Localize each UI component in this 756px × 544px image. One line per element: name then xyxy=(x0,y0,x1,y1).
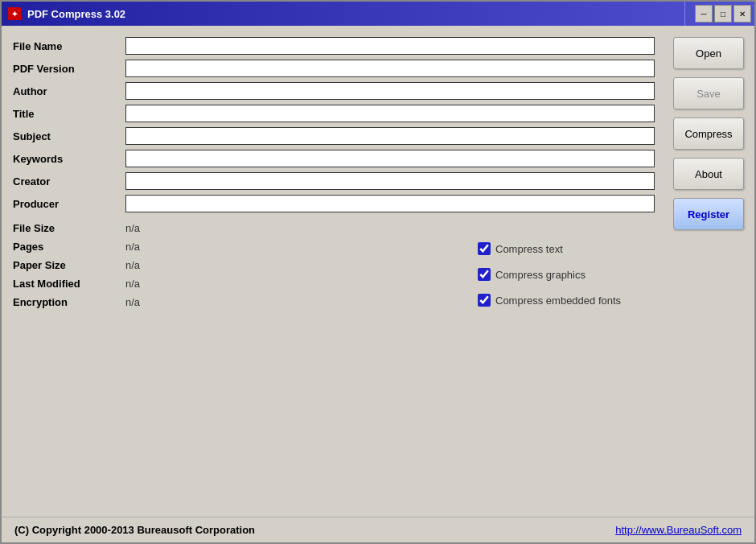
pages-col: Pages n/a Paper Size n/a Last Modified n… xyxy=(13,241,478,315)
creator-label: Creator xyxy=(13,175,125,188)
author-input[interactable] xyxy=(125,82,655,100)
papersize-label: Paper Size xyxy=(13,259,125,271)
papersize-row: Paper Size n/a xyxy=(13,259,478,271)
encryption-value: n/a xyxy=(125,296,140,308)
window-title: PDF Compress 3.02 xyxy=(27,8,125,20)
compress-graphics-row: Compress graphics xyxy=(478,268,655,281)
producer-row: Producer xyxy=(13,195,655,212)
form-section: File Name PDF Version Author Title xyxy=(13,37,655,217)
title-row: Title xyxy=(13,105,655,122)
creator-row: Creator xyxy=(13,172,655,190)
keywords-row: Keywords xyxy=(13,150,655,167)
app-icon: ✦ xyxy=(8,7,21,20)
pdfversion-row: PDF Version xyxy=(13,60,655,77)
creator-input[interactable] xyxy=(125,172,655,190)
pdfversion-label: PDF Version xyxy=(13,63,125,75)
title-label: Title xyxy=(13,108,125,120)
encryption-row: Encryption n/a xyxy=(13,296,478,308)
filesize-row: File Size n/a xyxy=(13,222,655,234)
encryption-label: Encryption xyxy=(13,296,125,308)
info-section: File Size n/a Pages n/a Paper Size xyxy=(13,222,655,315)
lastmodified-row: Last Modified n/a xyxy=(13,278,478,290)
compress-text-checkbox[interactable] xyxy=(478,242,491,255)
compress-graphics-label: Compress graphics xyxy=(495,269,585,281)
checkboxes-section: Compress text Compress graphics Compress… xyxy=(478,241,655,307)
keywords-label: Keywords xyxy=(13,153,125,165)
compress-fonts-row: Compress embedded fonts xyxy=(478,294,655,307)
filesize-label: File Size xyxy=(13,222,125,234)
compress-button[interactable]: Compress xyxy=(673,117,744,150)
title-bar: ✦ PDF Compress 3.02 ─ □ ✕ xyxy=(2,2,754,26)
lastmodified-value: n/a xyxy=(125,278,140,290)
compress-graphics-checkbox[interactable] xyxy=(478,268,491,281)
compress-fonts-checkbox[interactable] xyxy=(478,294,491,307)
main-window: ✦ PDF Compress 3.02 ─ □ ✕ File Name PDF … xyxy=(0,0,756,544)
producer-label: Producer xyxy=(13,198,125,210)
pages-label: Pages xyxy=(13,241,125,253)
main-content: File Name PDF Version Author Title xyxy=(2,26,754,517)
subject-row: Subject xyxy=(13,127,655,145)
lastmodified-label: Last Modified xyxy=(13,278,125,290)
pages-row: Pages n/a xyxy=(13,241,478,253)
filename-row: File Name xyxy=(13,37,655,55)
filename-input[interactable] xyxy=(125,37,655,55)
pdfversion-input[interactable] xyxy=(125,60,655,77)
right-panel: Open Save Compress About Register xyxy=(666,26,754,517)
pages-value: n/a xyxy=(125,241,140,253)
copyright-text: (C) Copyright 2000-2013 Bureausoft Corpo… xyxy=(14,524,255,536)
author-row: Author xyxy=(13,82,655,100)
title-input[interactable] xyxy=(125,105,655,122)
about-button[interactable]: About xyxy=(673,158,744,190)
minimize-button[interactable]: ─ xyxy=(695,5,713,23)
close-button[interactable]: ✕ xyxy=(733,5,751,23)
open-button[interactable]: Open xyxy=(673,37,744,69)
papersize-value: n/a xyxy=(125,259,140,271)
author-label: Author xyxy=(13,85,125,97)
compress-fonts-label: Compress embedded fonts xyxy=(495,295,621,307)
producer-input[interactable] xyxy=(125,195,655,212)
pages-section: Pages n/a Paper Size n/a Last Modified n… xyxy=(13,241,655,315)
subject-input[interactable] xyxy=(125,127,655,145)
footer: (C) Copyright 2000-2013 Bureausoft Corpo… xyxy=(2,517,754,542)
website-link[interactable]: http://www.BureauSoft.com xyxy=(615,524,742,536)
save-button[interactable]: Save xyxy=(673,77,744,109)
filesize-value: n/a xyxy=(125,222,140,234)
compress-text-label: Compress text xyxy=(495,243,563,255)
keywords-input[interactable] xyxy=(125,150,655,167)
filename-label: File Name xyxy=(13,40,125,52)
register-button[interactable]: Register xyxy=(673,198,744,230)
maximize-button[interactable]: □ xyxy=(714,5,732,23)
compress-text-row: Compress text xyxy=(478,242,655,255)
window-controls: ─ □ ✕ xyxy=(695,5,751,23)
subject-label: Subject xyxy=(13,130,125,142)
